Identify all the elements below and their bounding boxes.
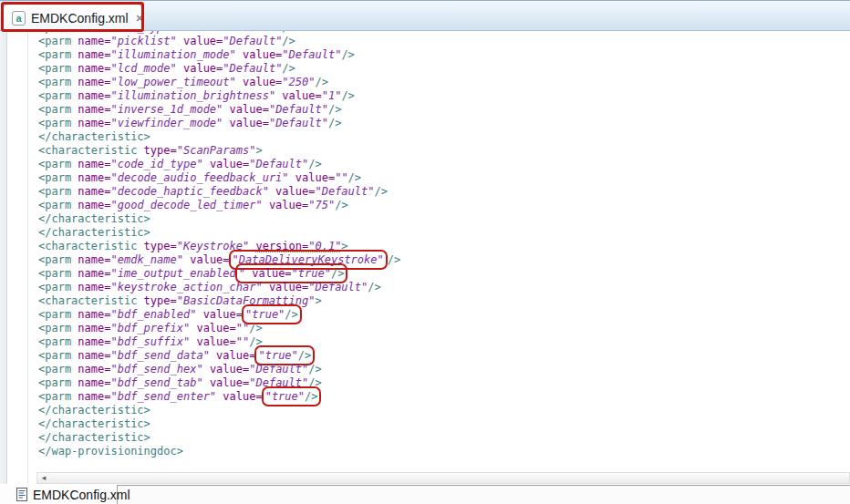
code-line: <parm name="bdf_send_hex" value="Default… — [38, 363, 850, 376]
code-token — [196, 308, 202, 321]
code-token: "Default" — [223, 62, 282, 75]
code-token: <parm — [38, 48, 78, 61]
close-icon[interactable]: ✕ — [136, 13, 144, 25]
code-token: <parm — [38, 322, 78, 334]
code-token: "true" — [245, 308, 285, 321]
bottom-tab-bar: EMDKConfig.xml — [0, 485, 850, 504]
code-token: > — [255, 144, 262, 157]
code-token: /> — [308, 363, 321, 375]
code-token — [289, 171, 295, 184]
code-token: value= — [183, 35, 223, 47]
code-token: </characteristic> — [38, 212, 150, 225]
code-token: "inverse_1d_mode" — [110, 103, 223, 116]
code-token: "bdf_enabled" — [110, 308, 196, 321]
code-token: name= — [78, 62, 110, 75]
code-token: "1" — [322, 89, 342, 102]
bottom-bar-divider — [118, 485, 850, 486]
code-token: <characteristic — [38, 240, 144, 252]
code-token: </characteristic> — [38, 130, 150, 143]
code-token — [223, 117, 229, 129]
code-token: /> — [331, 267, 344, 280]
code-token: value= — [230, 103, 269, 116]
code-line: <parm name="lcd_mode" value="Default"/> — [38, 62, 850, 76]
code-token: "Default" — [223, 31, 282, 34]
code-token: "" — [335, 171, 347, 184]
code-token — [210, 349, 216, 362]
code-line: </characteristic> — [38, 431, 850, 445]
code-token: /> — [305, 390, 317, 403]
code-token: /> — [341, 89, 354, 102]
code-token: value= — [282, 89, 321, 102]
code-token: /> — [315, 76, 327, 88]
code-token — [223, 103, 229, 116]
code-token: <parm — [38, 281, 78, 293]
code-token: value= — [243, 48, 282, 61]
code-line: <parm name="viewfinder_mode" value="Defa… — [38, 117, 850, 130]
code-token: <characteristic — [38, 294, 144, 307]
code-token: /> — [282, 35, 295, 47]
code-token: <characteristic — [38, 144, 144, 157]
code-token: name= — [78, 35, 110, 47]
code-token: <parm — [38, 158, 78, 170]
code-token: <parm — [38, 308, 78, 321]
code-token: "illumination_mode" — [110, 48, 235, 61]
code-token: /> — [285, 308, 297, 321]
code-token: "bdf_send_enter" — [110, 390, 216, 403]
bottom-tab-emdkconfig-xml[interactable]: EMDKConfig.xml — [0, 485, 118, 504]
code-token: "decode_audio_feedback_uri" — [110, 171, 288, 184]
code-token: value= — [196, 335, 235, 348]
tab-emdkconfig-xml[interactable]: a EMDKConfig.xml ✕ — [3, 4, 142, 32]
code-token: <parm — [38, 62, 78, 75]
code-line: <parm name="decode_audio_feedback_uri" v… — [38, 171, 850, 185]
code-token: "bdf_send_tab" — [110, 376, 202, 389]
code-line: </characteristic> — [38, 226, 850, 240]
scroll-left-arrow-icon[interactable]: ◂ — [37, 472, 50, 484]
code-token: /> — [298, 349, 311, 362]
code-token: name= — [78, 89, 110, 102]
code-token: name= — [78, 281, 110, 293]
code-token: /> — [341, 48, 354, 61]
code-token: name= — [78, 185, 110, 198]
code-token: </characteristic> — [38, 404, 150, 417]
code-token: "Default" — [249, 363, 308, 375]
code-token: value= — [190, 253, 229, 266]
code-token — [177, 31, 183, 34]
code-line: <characteristic type="Keystroke" version… — [38, 240, 850, 253]
code-token: name= — [78, 158, 110, 170]
code-token: name= — [78, 363, 110, 375]
annotation-ruler — [0, 31, 7, 484]
code-token: name= — [78, 117, 110, 129]
code-token: <parm — [38, 76, 78, 88]
code-line: <parm name="bdf_prefix" value=""/> — [38, 322, 850, 335]
code-token: value= — [243, 76, 282, 88]
code-token: value= — [230, 117, 269, 129]
code-token — [203, 376, 210, 389]
code-line: <parm name="good_decode_led_timer" value… — [38, 199, 850, 212]
code-token: "bdf_send_data" — [110, 349, 209, 362]
code-token: <parm — [38, 89, 78, 102]
code-token: /> — [368, 281, 380, 293]
code-token: <parm — [38, 185, 78, 198]
code-token: name= — [78, 103, 110, 116]
code-line: </characteristic> — [38, 404, 850, 417]
code-token: "Default" — [308, 281, 368, 293]
code-line: <parm name="low_power_timeout" value="25… — [38, 76, 850, 89]
code-area[interactable]: <parm name="aim_type" value="Default"/><… — [28, 31, 850, 458]
code-token: value= — [295, 171, 335, 184]
code-token: name= — [78, 76, 110, 88]
code-token: <parm — [38, 171, 78, 184]
code-token: "ime_output_enabled — [110, 267, 235, 280]
horizontal-scrollbar[interactable]: ◂ — [36, 472, 850, 484]
code-line: <parm name="emdk_name" value="DataDelive… — [38, 253, 850, 267]
code-line: <parm name="illumination_mode" value="De… — [38, 48, 850, 62]
code-token: "illumination_brightness" — [110, 89, 275, 102]
code-token — [263, 199, 269, 211]
code-line: <parm name="picklist" value="Default"/> — [38, 35, 850, 48]
code-token: "75" — [308, 199, 335, 211]
code-token: "Default" — [269, 117, 328, 129]
code-line: <parm name="inverse_1d_mode" value="Defa… — [38, 103, 850, 117]
code-token: value= — [210, 363, 249, 375]
code-token: <parm — [38, 267, 78, 280]
code-token: value= — [210, 376, 249, 389]
xml-editor[interactable]: <parm name="aim_type" value="Default"/><… — [0, 31, 850, 471]
